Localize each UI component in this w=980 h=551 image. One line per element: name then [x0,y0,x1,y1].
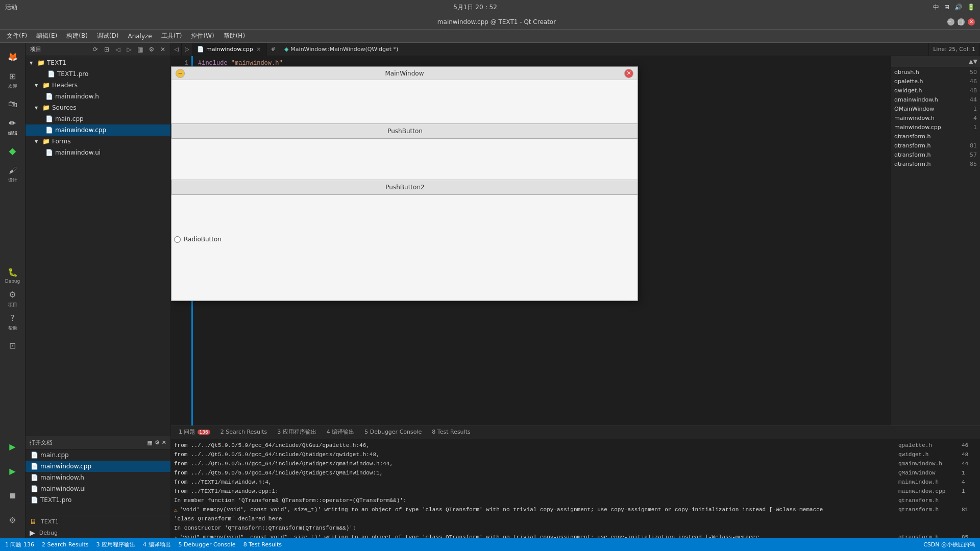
rs-item-mainwindow-cpp[interactable]: mainwindow.cpp 1 [891,122,980,132]
system-bar: 活动 5月1日 20：52 中 ⊞ 🔊 🔋 [0,0,980,14]
output-line: from ../TEXT1/mainwindow.cpp:1: mainwind… [171,487,980,496]
open-docs-layout-btn[interactable]: ▦ [148,439,153,446]
dialog-body[interactable]: PushButton PushButton2 RadioButton [172,80,638,300]
tree-item-mainwindow-ui[interactable]: 📄 mainwindow.ui [26,147,170,158]
file-tab-mainwindow-cpp[interactable]: 📄 mainwindow.cpp ✕ [193,43,267,56]
scroll-up-icon[interactable]: ▲ [969,58,973,65]
tree-item-text1[interactable]: ▼ 📁 TEXT1 [26,57,170,68]
minimize-btn[interactable]: ─ [947,18,954,26]
output-line: from ../../Qt5.9.0/5.9/gcc_64/include/Qt… [171,459,980,468]
mainwindow-dialog[interactable]: ─ MainWindow ✕ PushButton PushButton2 [171,66,638,301]
menu-build[interactable]: 构建(B) [62,31,92,41]
sidebar-stop-btn[interactable]: ⏹ [2,484,24,507]
status-test-results[interactable]: 8 Test Results [243,541,282,548]
close-btn[interactable]: ✕ [968,18,975,26]
tab-function-nav[interactable]: ◆ MainWindow::MainWindow(QWidget *) [280,43,929,56]
output-text: from ../TEXT1/mainwindow.h:4, [174,479,272,485]
bottom-tabs: 1 问题 136 2 Search Results 3 应用程序输出 4 编译输… [171,426,980,439]
tree-label: main.cpp [55,115,84,122]
cpp-tab-icon: 📄 [197,46,204,53]
rs-item-mainwindow-h[interactable]: mainwindow.h 4 [891,113,980,122]
menu-help[interactable]: 帮助(H) [219,31,249,41]
status-compile-output[interactable]: 4 编译输出 [143,541,171,548]
status-debugger[interactable]: 5 Debugger Console [179,541,236,548]
rs-item-qtransform-85[interactable]: qtransform.h 85 [891,159,980,168]
push-button-1[interactable]: PushButton [172,123,638,139]
sidebar-icon-qt[interactable]: ◆ [2,139,24,162]
sidebar-icon-project[interactable]: ⚙ 项目 [2,287,24,310]
project-back-btn[interactable]: ◁ [113,44,123,55]
tree-item-mainwindow-h[interactable]: 📄 mainwindow.h [26,91,170,102]
rs-item-qpalette[interactable]: qpalette.h 46 [891,77,980,86]
doc-item-mainwindow-cpp[interactable]: 📄 mainwindow.cpp [26,461,170,472]
tree-item-forms[interactable]: ▼ 📁 Forms [26,136,170,147]
tree-item-pro[interactable]: 📄 TEXT1.pro [26,68,170,80]
sidebar-icon-help[interactable]: ? 帮助 [2,311,24,333]
menu-analyze[interactable]: Analyze [124,32,156,41]
doc-item-mainwindow-ui[interactable]: 📄 mainwindow.ui [26,483,170,494]
project-settings-btn[interactable]: ⚙ [146,44,157,55]
scroll-down-icon[interactable]: ▼ [973,58,977,65]
rs-item-qtransform-1[interactable]: qtransform.h [891,132,980,141]
sidebar-icon-store[interactable]: 🛍 [2,92,24,115]
tab-close-btn[interactable]: ✕ [255,46,262,53]
status-app-output[interactable]: 3 应用程序输出 [96,541,136,548]
sidebar-debug-console-btn[interactable]: ⚙ [2,509,24,531]
rs-item-qmainwindow[interactable]: QMainWindow 1 [891,104,980,113]
dialog-minimize-btn[interactable]: ─ [176,69,185,78]
tab-search-results[interactable]: 2 Search Results [215,426,273,439]
nav-forward-btn[interactable]: ▷ [182,43,192,56]
tab-compile-output[interactable]: 4 编译输出 [322,426,360,439]
open-docs-panel: 打开文档 ▦ ⚙ ✕ 📄 main.cpp 📄 mainwindow.cpp 📄… [26,436,170,538]
sidebar-icon-plugins[interactable]: ⊡ [2,334,24,357]
project-filter-btn[interactable]: ⊞ [102,44,112,55]
sidebar-icon-edit[interactable]: ✏ 编辑 [2,116,24,138]
menu-debug[interactable]: 调试(D) [93,31,123,41]
output-line: from ../../Qt5.9.0/5.9/gcc_64/include/Qt… [171,450,980,459]
tab-hash[interactable]: # [267,43,280,56]
sidebar-icon-design[interactable]: 🖌 设计 [2,163,24,185]
code-editor[interactable]: 1 2 3 4 #include "mainwindow.h" #include… [171,56,891,425]
sidebar-run-debug-btn[interactable]: ▶ [2,460,24,482]
radio-button-1[interactable]: RadioButton [174,236,222,243]
menu-file[interactable]: 文件(F) [3,31,31,41]
tab-problems[interactable]: 1 问题 136 [174,426,215,439]
status-problems[interactable]: 1 问题 136 [5,541,34,548]
doc-item-mainwindow-h[interactable]: 📄 mainwindow.h [26,472,170,483]
status-search-results[interactable]: 2 Search Results [42,541,89,548]
tab-app-output[interactable]: 3 应用程序输出 [272,426,322,439]
nav-back-btn[interactable]: ◁ [171,43,182,56]
system-input-method[interactable]: 中 [933,3,939,12]
project-layout-btn[interactable]: ▦ [135,44,145,55]
rs-item-qtransform-81[interactable]: qtransform.h 81 [891,141,980,150]
doc-item-main-cpp[interactable]: 📄 main.cpp [26,449,170,461]
project-sync-btn[interactable]: ⟳ [90,44,101,55]
sidebar-icon-firefox[interactable]: 🦊 [2,45,24,68]
rs-item-qmainwindow-h[interactable]: qmainwindow.h 44 [891,95,980,104]
tab-test-results[interactable]: 8 Test Results [427,426,475,439]
project-close-btn[interactable]: ✕ [158,44,168,55]
menu-controls[interactable]: 控件(W) [187,31,218,41]
tree-item-main-cpp[interactable]: 📄 main.cpp [26,113,170,124]
open-docs-close-btn[interactable]: ✕ [162,439,166,446]
menu-edit[interactable]: 编辑(E) [32,31,61,41]
maximize-btn[interactable]: □ [958,18,965,26]
menu-tools[interactable]: 工具(T) [157,31,186,41]
rs-item-qbrush[interactable]: qbrush.h 50 [891,67,980,77]
system-activity[interactable]: 活动 [5,3,17,12]
dialog-close-btn[interactable]: ✕ [624,69,633,78]
push-button-2[interactable]: PushButton2 [172,180,638,195]
tree-item-mainwindow-cpp[interactable]: 📄 mainwindow.cpp [26,124,170,136]
project-forward-btn[interactable]: ▷ [124,44,134,55]
sidebar-icon-welcome[interactable]: ⊞ 欢迎 [2,69,24,91]
tab-debugger-console[interactable]: 5 Debugger Console [359,426,427,439]
sidebar-icon-debug[interactable]: 🐛 Debug [2,264,24,286]
doc-item-text1-pro[interactable]: 📄 TEXT1.pro [26,494,170,506]
open-docs-settings-btn[interactable]: ⚙ [155,439,160,446]
sidebar-run-btn[interactable]: ▶ [2,435,24,458]
tree-item-sources[interactable]: ▼ 📁 Sources [26,102,170,113]
tree-item-headers[interactable]: ▼ 📁 Headers [26,80,170,91]
rs-item-qtransform-57[interactable]: qtransform.h 57 [891,150,980,159]
function-name: MainWindow::MainWindow(QWidget *) [290,46,398,53]
rs-item-qwidget[interactable]: qwidget.h 48 [891,86,980,95]
